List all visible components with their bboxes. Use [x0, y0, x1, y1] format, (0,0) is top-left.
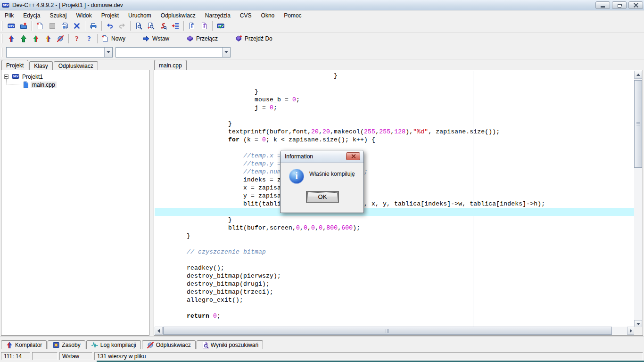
scroll-left-button[interactable] — [155, 327, 163, 335]
horizontal-scrollbar-thumb[interactable] — [163, 327, 612, 335]
horizontal-scrollbar[interactable] — [155, 327, 635, 335]
dialog-title-bar[interactable]: Information — [281, 150, 363, 163]
menu-item-narzędzia[interactable]: Narzędzia — [200, 11, 235, 20]
code-line: y = zapisane[k].y; — [155, 192, 635, 200]
tab-odpluskwiacz[interactable]: Odpluskwiacz — [54, 61, 98, 70]
tab-label: Klasy — [34, 63, 48, 69]
toolbar-gripper[interactable] — [1, 34, 2, 43]
menu-item-cvs[interactable]: CVS — [235, 11, 256, 20]
toolbar-gripper[interactable] — [1, 21, 2, 31]
goto-line-button[interactable] — [169, 20, 182, 32]
save-button[interactable] — [46, 20, 58, 32]
title-bar: DEV Dev-C++ 4.9.9.2 - [ Projekt1 ] - dom… — [0, 0, 644, 10]
code-line: } — [155, 232, 635, 240]
new-small-button[interactable]: Nowy — [99, 33, 127, 44]
editor-tabs: main.cpp — [154, 60, 188, 70]
tab-klasy[interactable]: Klasy — [29, 61, 52, 70]
syntax-check-icon: DEV — [217, 22, 224, 30]
report-tab-wyniki-poszukiwa-[interactable]: Wyniki poszukiwań — [197, 340, 263, 349]
close-button[interactable] — [628, 1, 643, 9]
debug-button[interactable] — [54, 33, 66, 44]
menu-item-edycja[interactable]: Edycja — [18, 11, 45, 20]
insert-button[interactable]: Wstaw — [140, 33, 171, 44]
minimize-button[interactable] — [595, 1, 610, 9]
save-all-button[interactable] — [58, 20, 71, 32]
compile-button[interactable] — [5, 33, 17, 44]
print-button[interactable] — [87, 20, 99, 32]
find-button[interactable] — [132, 20, 145, 32]
compile-log-icon — [91, 341, 99, 349]
ok-button[interactable]: OK — [306, 191, 339, 203]
tree-connector — [6, 78, 20, 84]
help-index-button[interactable]: ? — [83, 33, 95, 44]
tree-node-label[interactable]: main.cpp — [31, 82, 57, 88]
new-project-button[interactable]: DEV — [5, 20, 17, 32]
compile-run-button[interactable] — [30, 33, 42, 44]
member-combo-dropdown-button[interactable] — [222, 48, 230, 57]
new-small-icon — [101, 35, 109, 42]
close-file-icon — [73, 22, 81, 30]
help-button[interactable]: ? — [71, 33, 83, 44]
find-in-files-button[interactable] — [145, 20, 157, 32]
dev-cpp-window: DEV Dev-C++ 4.9.9.2 - [ Projekt1 ] - dom… — [0, 0, 644, 362]
close-icon — [634, 3, 638, 8]
toolbar-gripper[interactable] — [1, 48, 2, 57]
help-index-icon: ? — [85, 35, 93, 42]
new-source-button[interactable] — [34, 20, 46, 32]
tree-node-project[interactable]: DEV Projekt1 — [1, 73, 149, 81]
goto-line-icon — [172, 22, 179, 30]
code-line: return 0; — [155, 312, 635, 320]
syntax-check-button[interactable]: DEV — [215, 20, 227, 32]
menu-item-widok[interactable]: Widok — [71, 11, 96, 20]
tab-label: main.cpp — [159, 62, 182, 69]
swap-header-button[interactable] — [186, 20, 198, 32]
code-line — [155, 144, 635, 152]
menu-item-odpluskwiacz[interactable]: Odpluskwiacz — [156, 11, 200, 20]
report-tab-log-kompilacji[interactable]: Log kompilacji — [86, 340, 141, 349]
undo-icon — [106, 22, 114, 30]
report-tab-odpluskwiacz[interactable]: Odpluskwiacz — [142, 340, 196, 349]
vertical-scrollbar-thumb[interactable] — [634, 80, 642, 168]
rebuild-button[interactable] — [42, 33, 54, 44]
dialog-close-button[interactable] — [346, 152, 360, 160]
toggle-bookmark-icon — [186, 35, 194, 42]
menu-item-projekt[interactable]: Projekt — [97, 11, 124, 20]
goto-bookmark-button[interactable]: Przejdź Do — [233, 33, 274, 44]
report-tab-kompilator[interactable]: Kompilator — [1, 340, 47, 349]
code-line: blit(tablica[indeks],bufor, 0, 0, x, y, … — [155, 200, 635, 208]
member-combo[interactable] — [116, 47, 231, 58]
redo-button[interactable] — [116, 20, 128, 32]
project-browser-panel: DEV Projekt1 main.cpp — [1, 70, 149, 336]
replace-button[interactable] — [157, 20, 169, 32]
code-area[interactable]: } } mouse_b = 0; j = 0; } textprintf(buf… — [155, 71, 635, 327]
tab-projekt[interactable]: Projekt — [1, 60, 28, 70]
menu-item-plik[interactable]: Plik — [0, 11, 18, 20]
menu-bar: PlikEdycjaSzukajWidokProjektUruchomOdplu… — [0, 11, 644, 20]
menu-item-okno[interactable]: Okno — [256, 11, 280, 20]
menu-item-pomoc[interactable]: Pomoc — [279, 11, 306, 20]
tab-label: Odpluskwiacz — [156, 342, 191, 348]
class-combo[interactable] — [6, 47, 113, 58]
open-project-button[interactable] — [17, 20, 30, 32]
code-line: j = 0; — [155, 104, 635, 112]
toggle-bookmark-button[interactable]: Przełącz — [184, 33, 220, 44]
run-button[interactable] — [17, 33, 30, 44]
menu-item-uruchom[interactable]: Uruchom — [124, 11, 156, 20]
editor-tab-main-cpp[interactable]: main.cpp — [154, 60, 187, 70]
save-all-icon — [61, 22, 68, 30]
menu-item-szukaj[interactable]: Szukaj — [45, 11, 71, 20]
code-line: } — [155, 216, 635, 224]
class-combo-dropdown-button[interactable] — [104, 48, 112, 57]
close-file-button[interactable] — [71, 20, 83, 32]
tree-node-file[interactable]: main.cpp — [1, 81, 149, 89]
report-tab-zasoby[interactable]: Zasoby — [48, 340, 85, 349]
undo-button[interactable] — [104, 20, 116, 32]
scroll-up-button[interactable] — [634, 71, 642, 79]
tab-label: Wyniki poszukiwań — [211, 342, 258, 348]
new-project-icon: DEV — [8, 22, 15, 30]
restore-button[interactable] — [612, 1, 627, 9]
swap-header-alt-button[interactable] — [198, 20, 210, 32]
vertical-scrollbar[interactable] — [634, 71, 642, 328]
svg-text:DEV: DEV — [3, 4, 9, 7]
tree-node-label[interactable]: Projekt1 — [22, 74, 43, 80]
